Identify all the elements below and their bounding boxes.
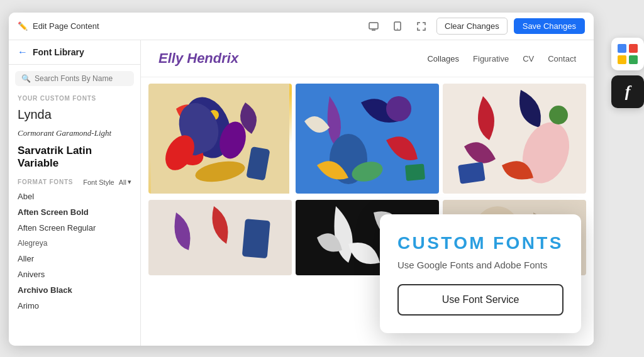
font-item-sarvatrik[interactable]: Sarvatrik Latin Variable	[9, 141, 140, 173]
font-item-aften-bold[interactable]: Aften Screen Bold	[9, 204, 140, 220]
nav-link-contact[interactable]: Contact	[548, 54, 576, 63]
tablet-icon[interactable]	[389, 18, 406, 35]
font-style-label: Font Style	[83, 178, 114, 186]
nav-link-collages[interactable]: Collages	[427, 54, 459, 63]
sidebar-header: ← Font Library	[9, 40, 140, 65]
nav-link-figurative[interactable]: Figurative	[473, 54, 509, 63]
expand-icon[interactable]	[413, 18, 430, 35]
svg-point-18	[549, 106, 568, 124]
top-bar-left: ✏️ Edit Page Content	[18, 21, 358, 31]
svg-rect-28	[618, 55, 626, 64]
adobe-fonts-label: f	[625, 82, 631, 101]
font-item-cormorant[interactable]: Cormorant Garamond-Light	[9, 125, 140, 141]
adobe-fonts-icon[interactable]: f	[611, 75, 644, 108]
edit-page-label: Edit Page Content	[33, 21, 99, 31]
nav-link-cv[interactable]: CV	[523, 54, 534, 63]
svg-rect-29	[629, 55, 638, 64]
font-item-alegreya[interactable]: Alegreya	[9, 236, 140, 251]
canvas-area: Elly Hendrix Collages Figurative CV Cont…	[141, 40, 594, 346]
svg-rect-27	[629, 44, 638, 53]
top-bar-actions: Clear Changes Save Changes	[365, 18, 585, 35]
format-header: FORMAT FONTS Font Style All ▾	[9, 173, 140, 189]
font-item-lynda[interactable]: Lynda	[9, 104, 140, 125]
gallery-item-2	[296, 84, 439, 194]
search-icon: 🔍	[21, 74, 31, 83]
font-style-value: All	[119, 178, 126, 186]
monitor-icon[interactable]	[365, 18, 382, 35]
use-font-service-button[interactable]: Use Font Service	[397, 284, 564, 316]
main-window: ✏️ Edit Page Content Clear Changes Save …	[9, 13, 594, 346]
search-input[interactable]	[35, 74, 128, 83]
back-button[interactable]: ←	[18, 47, 28, 58]
custom-fonts-section-label: YOUR CUSTOM FONTS	[9, 90, 140, 104]
save-changes-button[interactable]: Save Changes	[514, 18, 585, 34]
site-logo: Elly Hendrix	[158, 50, 238, 67]
popup-subtitle: Use Google Fonts and Adobe Fonts	[397, 260, 564, 270]
font-item-anivers[interactable]: Anivers	[9, 266, 140, 282]
svg-point-9	[209, 110, 219, 120]
svg-rect-19	[458, 162, 486, 184]
font-library-sidebar: ← Font Library 🔍 YOUR CUSTOM FONTS Lynda…	[9, 40, 141, 346]
gallery-top	[141, 77, 594, 200]
chevron-down-icon: ▾	[128, 178, 131, 186]
top-bar: ✏️ Edit Page Content Clear Changes Save …	[9, 13, 594, 40]
svg-rect-0	[369, 23, 378, 29]
svg-point-13	[386, 96, 411, 121]
font-item-arimo[interactable]: Arimo	[9, 298, 140, 314]
content-area: ← Font Library 🔍 YOUR CUSTOM FONTS Lynda…	[9, 40, 594, 346]
font-item-aften-regular[interactable]: Aften Screen Regular	[9, 220, 140, 236]
edit-icon: ✏️	[18, 21, 28, 31]
google-fonts-icon[interactable]	[611, 38, 644, 70]
floating-icons: f	[611, 38, 644, 108]
custom-fonts-popup: CUSTOM FONTS Use Google Fonts and Adobe …	[380, 214, 581, 333]
font-style-filter[interactable]: Font Style All ▾	[83, 178, 131, 186]
font-item-archivo[interactable]: Archivo Black	[9, 282, 140, 298]
svg-rect-15	[405, 163, 425, 181]
font-item-aller[interactable]: Aller	[9, 251, 140, 266]
sidebar-title: Font Library	[33, 47, 84, 57]
svg-point-3	[397, 28, 398, 30]
gallery-item-1	[148, 84, 292, 194]
nav-links: Collages Figurative CV Contact	[427, 54, 576, 63]
gallery-item-3	[443, 84, 586, 194]
popup-title: CUSTOM FONTS	[397, 233, 564, 253]
website-nav: Elly Hendrix Collages Figurative CV Cont…	[141, 40, 594, 77]
clear-changes-button[interactable]: Clear Changes	[436, 18, 508, 35]
font-item-abel[interactable]: Abel	[9, 189, 140, 204]
gallery-item-4	[148, 200, 292, 275]
svg-rect-26	[618, 44, 626, 53]
svg-rect-21	[242, 219, 270, 258]
search-box[interactable]: 🔍	[15, 71, 134, 86]
format-section-label: FORMAT FONTS	[18, 178, 73, 185]
